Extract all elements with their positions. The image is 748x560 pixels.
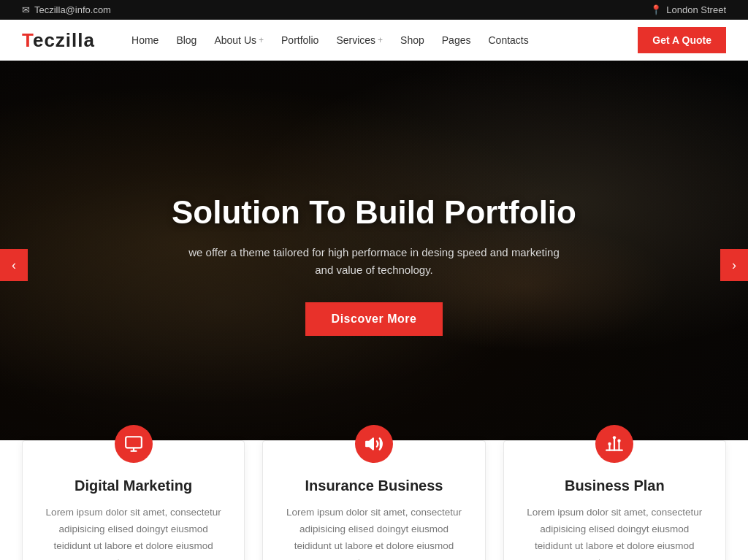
nav-item-services[interactable]: Services + bbox=[329, 30, 390, 50]
top-bar-location-section: 📍 London Street bbox=[650, 4, 726, 15]
services-section: Digital Marketing Lorem ipsum dolor sit … bbox=[0, 440, 748, 560]
svg-point-8 bbox=[618, 440, 621, 442]
brand-suffix: eczilla bbox=[33, 29, 95, 51]
service-desc-insurance: Lorem ipsum dolor sit amet, consectetur … bbox=[283, 505, 464, 560]
megaphone-icon bbox=[365, 434, 383, 453]
graph-icon bbox=[605, 434, 624, 453]
brand-accent-letter: T bbox=[22, 29, 33, 51]
nav-item-portfolio[interactable]: Portfolio bbox=[274, 30, 326, 50]
monitor-icon bbox=[124, 434, 143, 453]
digital-marketing-icon-wrap bbox=[115, 425, 153, 463]
business-plan-icon-wrap bbox=[595, 425, 633, 463]
hero-subtitle: we offer a theme tailored for high perfo… bbox=[184, 244, 564, 279]
hero-title: Solution To Build Portfolio bbox=[172, 194, 576, 231]
hero-content: Solution To Build Portfolio we offer a t… bbox=[157, 180, 591, 351]
service-title-insurance: Insurance Business bbox=[283, 477, 464, 494]
carousel-next-button[interactable]: › bbox=[720, 249, 748, 281]
service-desc-business-plan: Lorem ipsum dolor sit amet, consectetur … bbox=[524, 505, 705, 560]
carousel-prev-button[interactable]: ‹ bbox=[0, 249, 28, 281]
top-bar-location: London Street bbox=[666, 4, 726, 15]
nav-item-pages[interactable]: Pages bbox=[435, 30, 478, 50]
service-card-digital-marketing: Digital Marketing Lorem ipsum dolor sit … bbox=[22, 440, 245, 560]
get-quote-button[interactable]: Get A Quote bbox=[638, 27, 726, 53]
svg-marker-3 bbox=[366, 438, 373, 449]
nav-item-about[interactable]: About Us + bbox=[207, 30, 271, 50]
chevron-left-icon: ‹ bbox=[12, 258, 16, 273]
top-bar-email-section: ✉ Teczilla@info.com bbox=[22, 4, 111, 15]
service-desc-digital-marketing: Lorem ipsum dolor sit amet, consectetur … bbox=[43, 505, 224, 560]
hero-section: ‹ Solution To Build Portfolio we offer a… bbox=[0, 61, 748, 469]
envelope-icon: ✉ bbox=[22, 4, 30, 15]
nav-item-shop[interactable]: Shop bbox=[393, 30, 432, 50]
service-title-business-plan: Business Plan bbox=[524, 477, 705, 494]
service-card-business-plan: Business Plan Lorem ipsum dolor sit amet… bbox=[503, 440, 726, 560]
top-bar: ✉ Teczilla@info.com 📍 London Street bbox=[0, 0, 748, 20]
top-bar-email: Teczilla@info.com bbox=[34, 4, 111, 15]
service-title-digital-marketing: Digital Marketing bbox=[43, 477, 224, 494]
plus-icon-services: + bbox=[378, 35, 383, 45]
map-pin-icon: 📍 bbox=[650, 4, 662, 15]
nav-item-home[interactable]: Home bbox=[124, 30, 166, 50]
nav-item-contacts[interactable]: Contacts bbox=[481, 30, 535, 50]
navbar: Teczilla Home Blog About Us + Portfolio … bbox=[0, 20, 748, 61]
nav-item-blog[interactable]: Blog bbox=[169, 30, 204, 50]
svg-point-10 bbox=[608, 442, 611, 445]
service-card-insurance-business: Insurance Business Lorem ipsum dolor sit… bbox=[262, 440, 485, 560]
svg-rect-0 bbox=[126, 437, 142, 448]
plus-icon-about: + bbox=[259, 35, 264, 45]
svg-point-9 bbox=[613, 436, 616, 439]
discover-more-button[interactable]: Discover More bbox=[305, 302, 443, 336]
brand-logo[interactable]: Teczilla bbox=[22, 29, 95, 52]
insurance-business-icon-wrap bbox=[355, 425, 393, 463]
nav-links-list: Home Blog About Us + Portfolio Services … bbox=[124, 30, 638, 50]
chevron-right-icon: › bbox=[732, 258, 736, 273]
